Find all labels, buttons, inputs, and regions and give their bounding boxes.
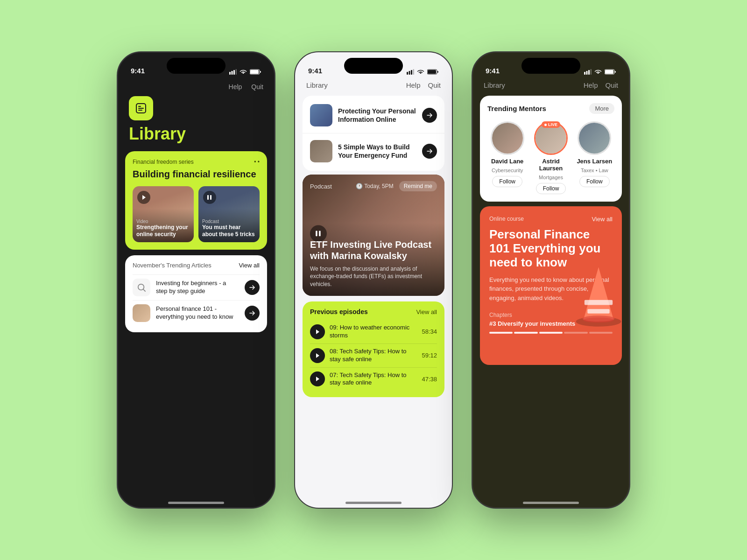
p3-course-view-all[interactable]: View all <box>592 216 613 223</box>
p2-item-1-title: Protecting Your Personal Information Onl… <box>338 107 416 124</box>
p2-remind-button[interactable]: Remind me <box>399 181 437 191</box>
p1-video-list: Video Strengthening your online security… <box>133 186 260 242</box>
p3-mentors-list: David Lane Cybersecurity Follow LIVE <box>487 121 614 194</box>
svg-rect-21 <box>588 70 590 75</box>
p3-progress-bar <box>489 332 613 334</box>
svg-rect-17 <box>316 231 317 237</box>
p3-mentor-2-wrap: LIVE <box>534 121 568 155</box>
p2-podcast-time-remind: 🕐 Today, 5PM Remind me <box>356 181 437 191</box>
p1-article-2-arrow[interactable] <box>245 306 260 321</box>
svg-rect-24 <box>605 70 613 74</box>
p2-thumb-2 <box>310 140 332 162</box>
p2-help[interactable]: Help <box>406 81 421 89</box>
p1-article-2-icon <box>133 304 150 322</box>
p3-mentor-3-role: Taxex • Law <box>581 168 608 173</box>
p3-library-label: Library <box>484 81 505 89</box>
signal-icon-2 <box>407 69 414 75</box>
svg-rect-22 <box>591 69 592 75</box>
p1-quit[interactable]: Quit <box>251 83 263 91</box>
p3-mentor-2-follow[interactable]: Follow <box>536 183 566 194</box>
p2-list-item-2[interactable]: 5 Simple Ways to Build Your Emergency Fu… <box>303 133 444 169</box>
p2-ep2-play[interactable] <box>310 348 325 363</box>
p2-podcast-top: Podcast 🕐 Today, 5PM Remind me <box>310 181 437 191</box>
svg-rect-1 <box>232 71 233 75</box>
svg-rect-16 <box>428 70 436 74</box>
p2-podcast-bottom: ETF Investing Live Podcast with Marina K… <box>310 239 437 288</box>
p3-mentor-3: Jens Larsen Taxex • Law Follow <box>575 121 614 194</box>
p3-mentor-1-follow[interactable]: Follow <box>492 176 522 187</box>
p3-live-dot <box>544 124 547 126</box>
p2-quit[interactable]: Quit <box>428 81 441 89</box>
p1-play-btn-2[interactable] <box>203 191 216 204</box>
p3-more-button[interactable]: More <box>589 103 614 114</box>
svg-rect-2 <box>233 70 235 75</box>
svg-rect-7 <box>207 195 209 200</box>
p2-ep1-play[interactable] <box>310 324 325 339</box>
time-2: 9:41 <box>308 67 322 75</box>
p2-podcast-type: Podcast <box>310 183 332 190</box>
phone-2-content: Library Help Quit Protecting Your Person… <box>295 78 452 508</box>
p3-mentors-label: Trending Mentors <box>487 105 546 112</box>
svg-rect-18 <box>319 231 321 237</box>
p3-seg-1 <box>489 332 513 334</box>
p3-help[interactable]: Help <box>584 81 598 89</box>
p1-video-1[interactable]: Video Strengthening your online security <box>133 186 194 242</box>
battery-icon-2 <box>427 69 439 75</box>
p1-article-1[interactable]: Investing for beginners - a step by step… <box>133 274 260 300</box>
p2-episodes-view-all[interactable]: View all <box>416 308 437 315</box>
p1-home-indicator <box>168 502 224 504</box>
p2-ep1-text: 09: How to weather economic storms <box>330 324 417 340</box>
time-3: 9:41 <box>486 67 500 75</box>
p2-item-1-text: Protecting Your Personal Information Onl… <box>338 107 416 124</box>
p1-play-btn-1[interactable] <box>137 191 150 204</box>
p1-app-logo[interactable] <box>129 96 153 120</box>
p1-page-title: Library <box>118 120 275 151</box>
p1-card-title: Building financial resilience <box>133 169 260 180</box>
p3-mentors-card: Trending Mentors More David Lane Cyberse… <box>480 96 622 202</box>
p3-mentors-header: Trending Mentors More <box>487 103 614 114</box>
p3-navigation: Library Help Quit <box>472 78 629 92</box>
p2-content-list: Protecting Your Personal Information Onl… <box>303 96 444 171</box>
p2-item-1-arrow[interactable] <box>422 108 437 123</box>
phone-2: 9:41 Library Help Quit Protecting Your P… <box>294 51 453 509</box>
svg-rect-14 <box>413 69 415 75</box>
p2-ep3-duration: 47:38 <box>422 376 437 383</box>
p1-help[interactable]: Help <box>229 83 242 91</box>
p2-nav-right: Help Quit <box>406 81 441 89</box>
p2-episode-2[interactable]: 08: Tech Safety Tips: How to stay safe o… <box>310 343 437 367</box>
phone-3: 9:41 Library Help Quit Trending Mentors … <box>472 51 630 509</box>
status-icons-1 <box>229 69 261 75</box>
p3-mentor-2-role: Mortgages <box>539 175 563 180</box>
p2-podcast-desc: We focus on the discussion and analysis … <box>310 265 437 288</box>
p3-mentor-2-name: Astrid Laursen <box>531 158 571 172</box>
svg-rect-11 <box>407 72 408 75</box>
p3-quit[interactable]: Quit <box>605 81 618 89</box>
p3-mentor-3-face <box>579 123 610 154</box>
p3-course-card[interactable]: Online course View all Personal Finance … <box>480 206 622 365</box>
p1-video-2[interactable]: Podcast You must hear about these 5 tric… <box>198 186 260 242</box>
signal-icon-3 <box>584 69 592 75</box>
p2-item-2-text: 5 Simple Ways to Build Your Emergency Fu… <box>338 143 416 160</box>
phone-1-content: Help Quit Library Financial freedom seri… <box>118 78 275 508</box>
p2-item-2-arrow[interactable] <box>422 144 437 159</box>
p2-home-indicator <box>345 502 402 504</box>
p3-seg-5 <box>589 332 613 334</box>
p1-view-all[interactable]: View all <box>239 262 260 269</box>
p3-mentor-3-follow[interactable]: Follow <box>579 176 610 187</box>
p1-navigation: Help Quit <box>118 78 275 91</box>
p1-article-1-icon <box>133 279 150 296</box>
p2-ep2-duration: 59:12 <box>422 352 437 359</box>
p1-video-1-type: Video <box>136 219 190 224</box>
p2-list-item-1[interactable]: Protecting Your Personal Information Onl… <box>303 98 444 133</box>
p1-article-2[interactable]: Personal finance 101 - everything you ne… <box>133 300 260 326</box>
p2-ep3-play[interactable] <box>310 371 325 386</box>
p2-episode-1[interactable]: 09: How to weather economic storms 58:34 <box>310 320 437 343</box>
p1-article-2-text: Personal finance 101 - everything you ne… <box>156 305 239 321</box>
dynamic-island-2 <box>344 58 403 74</box>
p2-episode-3[interactable]: 07: Tech Safety Tips: How to stay safe o… <box>310 367 437 391</box>
p1-video-1-label: Video Strengthening your online security <box>136 219 190 238</box>
svg-rect-8 <box>210 195 211 200</box>
wifi-icon-2 <box>417 69 424 75</box>
p1-article-1-arrow[interactable] <box>245 280 260 295</box>
p2-podcast-card[interactable]: Podcast 🕐 Today, 5PM Remind me ETF Inves… <box>303 175 444 296</box>
